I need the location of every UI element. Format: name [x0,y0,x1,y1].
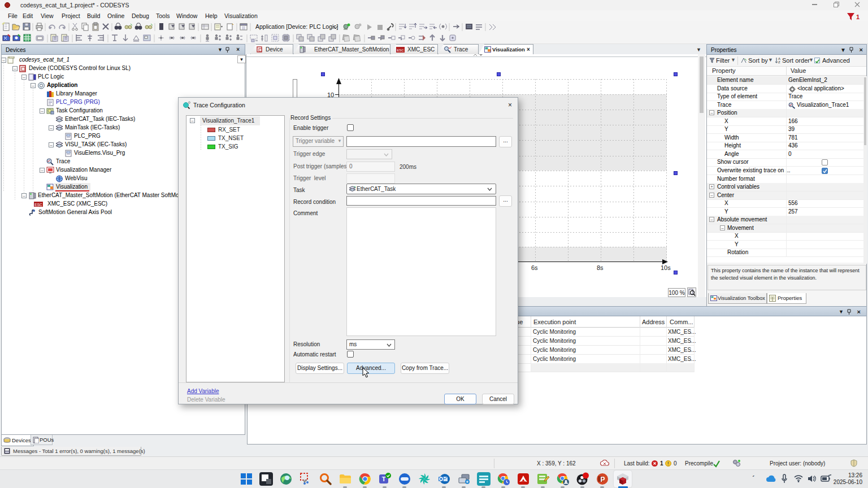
svg-text:ESC: ESC [397,49,404,52]
svg-text:P: P [600,476,605,483]
svg-text:ESC: ESC [34,203,42,207]
svg-text:Z: Z [778,60,780,64]
svg-text:Application [Device: PLC Logic: Application [Device: PLC Logic] [255,23,338,30]
svg-text:T: T [382,476,386,482]
